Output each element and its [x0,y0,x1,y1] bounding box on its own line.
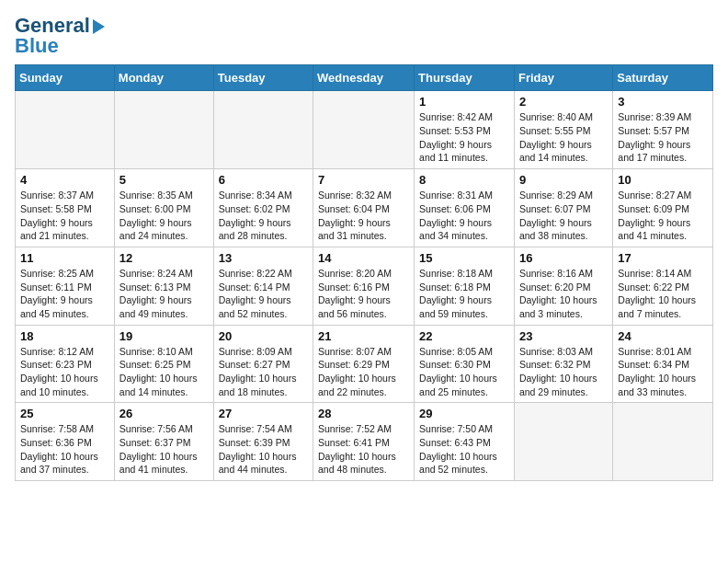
calendar-cell: 14Sunrise: 8:20 AM Sunset: 6:16 PM Dayli… [313,247,415,325]
day-number: 3 [618,95,708,109]
calendar-cell: 5Sunrise: 8:35 AM Sunset: 6:00 PM Daylig… [114,169,213,247]
day-number: 23 [519,329,608,343]
calendar-body: 1Sunrise: 8:42 AM Sunset: 5:53 PM Daylig… [16,91,713,481]
calendar-cell: 8Sunrise: 8:31 AM Sunset: 6:06 PM Daylig… [415,169,515,247]
calendar-cell: 23Sunrise: 8:03 AM Sunset: 6:32 PM Dayli… [514,325,612,403]
day-number: 26 [119,407,209,420]
calendar-cell: 11Sunrise: 8:25 AM Sunset: 6:11 PM Dayli… [16,247,115,325]
calendar-cell: 15Sunrise: 8:18 AM Sunset: 6:18 PM Dayli… [415,247,515,325]
day-number: 5 [119,173,209,187]
day-of-week-header: Wednesday [313,65,415,91]
day-number: 22 [419,329,509,343]
day-of-week-header: Saturday [613,65,713,91]
day-number: 21 [318,329,409,343]
day-of-week-header: Thursday [415,65,515,91]
calendar-cell: 2Sunrise: 8:40 AM Sunset: 5:55 PM Daylig… [514,91,612,169]
calendar-cell: 25Sunrise: 7:58 AM Sunset: 6:36 PM Dayli… [16,403,115,481]
day-number: 9 [519,173,608,187]
day-info: Sunrise: 8:03 AM Sunset: 6:32 PM Dayligh… [519,345,608,399]
day-info: Sunrise: 7:54 AM Sunset: 6:39 PM Dayligh… [219,422,308,477]
logo-blue: Blue [15,35,105,57]
calendar-cell [613,403,713,481]
day-number: 18 [20,329,109,343]
day-info: Sunrise: 7:50 AM Sunset: 6:43 PM Dayligh… [419,422,509,477]
day-info: Sunrise: 8:07 AM Sunset: 6:29 PM Dayligh… [318,345,409,399]
day-number: 24 [618,329,708,343]
calendar-header-row: SundayMondayTuesdayWednesdayThursdayFrid… [16,65,713,91]
calendar-cell: 20Sunrise: 8:09 AM Sunset: 6:27 PM Dayli… [213,325,313,403]
day-number: 2 [519,95,608,109]
day-info: Sunrise: 7:52 AM Sunset: 6:41 PM Dayligh… [318,422,409,477]
day-number: 16 [519,251,608,265]
calendar-cell: 1Sunrise: 8:42 AM Sunset: 5:53 PM Daylig… [415,91,515,169]
calendar-cell: 26Sunrise: 7:56 AM Sunset: 6:37 PM Dayli… [114,403,213,481]
day-info: Sunrise: 8:42 AM Sunset: 5:53 PM Dayligh… [419,110,509,165]
day-of-week-header: Sunday [16,65,115,91]
calendar-cell: 21Sunrise: 8:07 AM Sunset: 6:29 PM Dayli… [313,325,415,403]
calendar-cell: 19Sunrise: 8:10 AM Sunset: 6:25 PM Dayli… [114,325,213,403]
day-of-week-header: Tuesday [213,65,313,91]
day-number: 28 [318,407,409,420]
calendar-cell: 18Sunrise: 8:12 AM Sunset: 6:23 PM Dayli… [16,325,115,403]
day-info: Sunrise: 8:31 AM Sunset: 6:06 PM Dayligh… [419,189,509,243]
calendar-week-row: 18Sunrise: 8:12 AM Sunset: 6:23 PM Dayli… [16,325,713,403]
calendar-cell: 3Sunrise: 8:39 AM Sunset: 5:57 PM Daylig… [613,91,713,169]
calendar-table: SundayMondayTuesdayWednesdayThursdayFrid… [15,64,713,481]
calendar-cell: 12Sunrise: 8:24 AM Sunset: 6:13 PM Dayli… [114,247,213,325]
day-info: Sunrise: 8:12 AM Sunset: 6:23 PM Dayligh… [20,345,109,399]
day-info: Sunrise: 7:56 AM Sunset: 6:37 PM Dayligh… [119,422,209,477]
day-info: Sunrise: 8:20 AM Sunset: 6:16 PM Dayligh… [318,267,409,321]
day-number: 25 [20,407,109,420]
calendar-cell: 22Sunrise: 8:05 AM Sunset: 6:30 PM Dayli… [415,325,515,403]
day-number: 20 [219,329,308,343]
day-info: Sunrise: 8:40 AM Sunset: 5:55 PM Dayligh… [519,110,608,165]
calendar-week-row: 25Sunrise: 7:58 AM Sunset: 6:36 PM Dayli… [16,403,713,481]
day-info: Sunrise: 8:29 AM Sunset: 6:07 PM Dayligh… [519,189,608,243]
calendar-cell [213,91,313,169]
day-number: 13 [219,251,308,265]
day-number: 17 [618,251,708,265]
calendar-cell: 29Sunrise: 7:50 AM Sunset: 6:43 PM Dayli… [415,403,515,481]
calendar-week-row: 1Sunrise: 8:42 AM Sunset: 5:53 PM Daylig… [16,91,713,169]
day-number: 15 [419,251,509,265]
day-info: Sunrise: 8:10 AM Sunset: 6:25 PM Dayligh… [119,345,209,399]
day-info: Sunrise: 8:25 AM Sunset: 6:11 PM Dayligh… [20,267,109,321]
page-header: General Blue [15,15,713,57]
day-number: 8 [419,173,509,187]
calendar-cell [313,91,415,169]
calendar-cell [114,91,213,169]
day-info: Sunrise: 8:39 AM Sunset: 5:57 PM Dayligh… [618,110,708,165]
day-number: 10 [618,173,708,187]
day-number: 6 [219,173,308,187]
calendar-cell: 17Sunrise: 8:14 AM Sunset: 6:22 PM Dayli… [613,247,713,325]
calendar-cell: 13Sunrise: 8:22 AM Sunset: 6:14 PM Dayli… [213,247,313,325]
day-info: Sunrise: 8:18 AM Sunset: 6:18 PM Dayligh… [419,267,509,321]
calendar-cell: 9Sunrise: 8:29 AM Sunset: 6:07 PM Daylig… [514,169,612,247]
calendar-cell: 4Sunrise: 8:37 AM Sunset: 5:58 PM Daylig… [16,169,115,247]
day-info: Sunrise: 8:37 AM Sunset: 5:58 PM Dayligh… [20,189,109,243]
day-info: Sunrise: 8:24 AM Sunset: 6:13 PM Dayligh… [119,267,209,321]
logo: General Blue [15,15,105,57]
day-number: 7 [318,173,409,187]
calendar-week-row: 11Sunrise: 8:25 AM Sunset: 6:11 PM Dayli… [16,247,713,325]
day-info: Sunrise: 8:32 AM Sunset: 6:04 PM Dayligh… [318,189,409,243]
day-info: Sunrise: 7:58 AM Sunset: 6:36 PM Dayligh… [20,422,109,477]
calendar-cell: 16Sunrise: 8:16 AM Sunset: 6:20 PM Dayli… [514,247,612,325]
day-info: Sunrise: 8:05 AM Sunset: 6:30 PM Dayligh… [419,345,509,399]
day-number: 19 [119,329,209,343]
calendar-cell [16,91,115,169]
day-number: 14 [318,251,409,265]
day-number: 4 [20,173,109,187]
calendar-cell: 10Sunrise: 8:27 AM Sunset: 6:09 PM Dayli… [613,169,713,247]
calendar-cell: 28Sunrise: 7:52 AM Sunset: 6:41 PM Dayli… [313,403,415,481]
day-number: 12 [119,251,209,265]
day-info: Sunrise: 8:01 AM Sunset: 6:34 PM Dayligh… [618,345,708,399]
day-info: Sunrise: 8:35 AM Sunset: 6:00 PM Dayligh… [119,189,209,243]
day-number: 29 [419,407,509,420]
day-number: 27 [219,407,308,420]
day-info: Sunrise: 8:14 AM Sunset: 6:22 PM Dayligh… [618,267,708,321]
day-info: Sunrise: 8:27 AM Sunset: 6:09 PM Dayligh… [618,189,708,243]
day-number: 11 [20,251,109,265]
day-of-week-header: Monday [114,65,213,91]
day-of-week-header: Friday [514,65,612,91]
